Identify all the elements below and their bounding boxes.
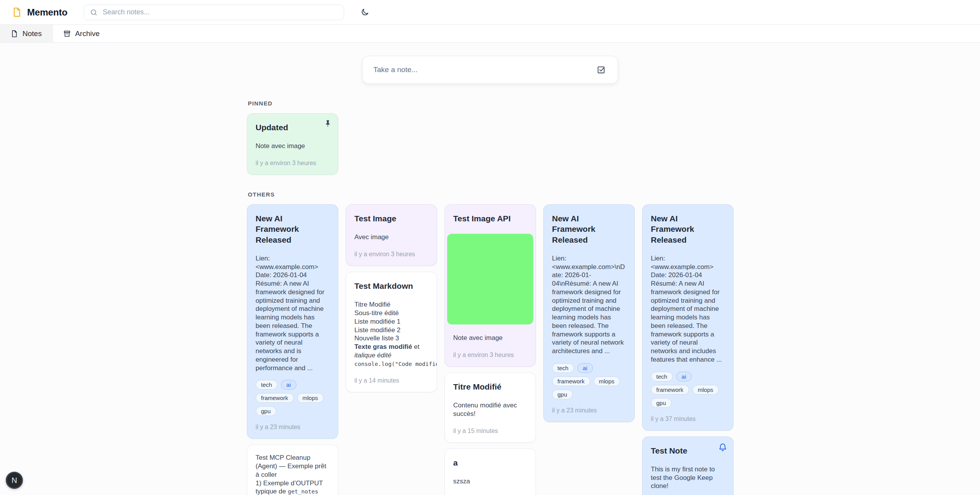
body-text: Contenu modifié avec succès! bbox=[453, 402, 517, 417]
tag-pill[interactable]: gpu bbox=[552, 390, 573, 399]
note-card[interactable]: Test MarkdownTitre ModifiéSous-titre édi… bbox=[346, 272, 437, 392]
notes-column: Test Image APINote avec imageil y a envi… bbox=[444, 204, 536, 495]
note-timestamp: il y a 37 minutes bbox=[651, 416, 725, 423]
note-tags: techaiframeworkmlopsgpu bbox=[256, 380, 329, 416]
note-body: This is my first note to test the Google… bbox=[651, 465, 725, 490]
note-body: Lien: <www.example.com>Date: 2026-01-04R… bbox=[256, 254, 329, 373]
note-title: Test Markdown bbox=[355, 281, 428, 291]
tab-notes[interactable]: Notes bbox=[0, 25, 53, 42]
pinned-grid: UpdatedNote avec imageil y a environ 3 h… bbox=[247, 113, 734, 175]
note-body: Lien: <www.example.com>Date: 2026-01-04R… bbox=[651, 254, 725, 364]
pin-icon[interactable] bbox=[324, 119, 332, 128]
new-checklist-button[interactable] bbox=[594, 62, 609, 78]
section-label-pinned: PINNED bbox=[248, 100, 734, 107]
tag-pill[interactable]: gpu bbox=[256, 406, 276, 416]
note-title: New AI Framework Released bbox=[651, 213, 725, 245]
note-body: Test MCP Cleanup (Agent) — Exemple prêt … bbox=[256, 454, 329, 495]
note-timestamp: il y a 23 minutes bbox=[552, 407, 626, 414]
body-text: Avec image bbox=[355, 233, 389, 241]
search-icon bbox=[90, 9, 98, 16]
note-title: a bbox=[453, 457, 527, 468]
body-text: szsza bbox=[453, 478, 470, 485]
bell-icon[interactable] bbox=[718, 443, 727, 452]
body-text: This is my first note to test the Google… bbox=[651, 466, 715, 490]
body-text: et bbox=[412, 343, 419, 350]
note-card[interactable]: New AI Framework ReleasedLien: <www.exam… bbox=[642, 204, 734, 431]
note-card[interactable]: Titre ModifiéContenu modifié avec succès… bbox=[444, 373, 536, 443]
note-title: Test Note bbox=[651, 445, 725, 456]
note-body: Contenu modifié avec succès! bbox=[453, 401, 527, 418]
tag-pill[interactable]: framework bbox=[256, 393, 294, 403]
note-title: Test Image API bbox=[453, 213, 527, 224]
tab-archive-label: Archive bbox=[75, 29, 100, 38]
document-icon bbox=[12, 7, 22, 17]
tag-pill[interactable]: tech bbox=[256, 380, 277, 390]
file-icon bbox=[10, 30, 18, 38]
note-timestamp: il y a 15 minutes bbox=[453, 428, 527, 435]
body-text: Texte gras modifié bbox=[355, 343, 412, 350]
tag-pill[interactable]: mlops bbox=[692, 385, 719, 395]
body-text: Lien: <www.example.com>Date: 2026-01-04R… bbox=[651, 255, 722, 363]
tag-pill[interactable]: ai bbox=[577, 363, 593, 373]
app-header: Memento bbox=[0, 0, 980, 25]
tag-pill[interactable]: gpu bbox=[651, 398, 672, 408]
tag-pill[interactable]: framework bbox=[651, 385, 689, 395]
note-card[interactable]: aszszail y a 16 minutes bbox=[444, 448, 536, 495]
pinned-column: UpdatedNote avec imageil y a environ 3 h… bbox=[247, 113, 338, 175]
note-card[interactable]: UpdatedNote avec imageil y a environ 3 h… bbox=[247, 113, 338, 175]
app-title: Memento bbox=[27, 7, 67, 18]
avatar[interactable]: N bbox=[6, 472, 23, 489]
note-card[interactable]: Test ImageAvec imageil y a environ 3 heu… bbox=[346, 204, 437, 266]
tag-pill[interactable]: ai bbox=[676, 372, 692, 381]
note-timestamp: il y a environ 3 heures bbox=[256, 160, 329, 167]
note-title: New AI Framework Released bbox=[552, 213, 626, 245]
notes-column: Test ImageAvec imageil y a environ 3 heu… bbox=[346, 204, 437, 392]
tab-notes-label: Notes bbox=[22, 29, 42, 38]
note-card[interactable]: Test NoteThis is my first note to test t… bbox=[642, 436, 734, 495]
tab-archive[interactable]: Archive bbox=[53, 25, 110, 42]
note-card[interactable]: Test Image APINote avec imageil y a envi… bbox=[444, 204, 536, 367]
note-composer[interactable]: Take a note... bbox=[362, 56, 618, 84]
moon-icon bbox=[360, 8, 369, 17]
note-image bbox=[447, 234, 533, 324]
brand: Memento bbox=[12, 7, 67, 18]
tag-pill[interactable]: ai bbox=[281, 380, 296, 390]
note-body: Lien: <www.example.com>\nDate: 2026-01-0… bbox=[552, 254, 626, 355]
note-title: Test Image bbox=[355, 213, 428, 224]
others-grid: New AI Framework ReleasedLien: <www.exam… bbox=[247, 204, 734, 495]
tag-pill[interactable]: mlops bbox=[594, 376, 620, 386]
notes-column: New AI Framework ReleasedLien: <www.exam… bbox=[247, 204, 338, 495]
body-text: console.log("Code modifié a bbox=[355, 361, 437, 367]
body-text: Note avec image bbox=[453, 334, 503, 341]
body-text: get_notes bbox=[288, 488, 319, 495]
section-label-others: OTHERS bbox=[248, 191, 734, 198]
tag-pill[interactable]: framework bbox=[552, 376, 590, 386]
search-bar[interactable] bbox=[84, 5, 344, 20]
note-body: Titre ModifiéSous-titre éditéListe modif… bbox=[355, 300, 428, 368]
note-card[interactable]: New AI Framework ReleasedLien: <www.exam… bbox=[247, 204, 338, 439]
notes-content: PINNED UpdatedNote avec imageil y a envi… bbox=[247, 100, 734, 495]
notes-column: New AI Framework ReleasedLien: <www.exam… bbox=[543, 204, 635, 422]
theme-toggle-button[interactable] bbox=[357, 5, 373, 20]
note-timestamp: il y a environ 3 heures bbox=[453, 352, 527, 359]
body-text: italique édité bbox=[355, 352, 391, 359]
note-tags: techaiframeworkmlopsgpu bbox=[651, 372, 725, 408]
search-input[interactable] bbox=[102, 8, 338, 17]
body-text: Titre ModifiéSous-titre éditéListe modif… bbox=[355, 301, 401, 342]
archive-icon bbox=[63, 30, 71, 38]
tag-pill[interactable]: tech bbox=[552, 363, 574, 373]
note-body: Note avec image bbox=[453, 334, 527, 342]
checkbox-icon bbox=[596, 65, 606, 75]
avatar-initial: N bbox=[12, 476, 17, 485]
note-card[interactable]: Test MCP Cleanup (Agent) — Exemple prêt … bbox=[247, 445, 338, 495]
note-body: Note avec image bbox=[256, 142, 329, 150]
tag-pill[interactable]: mlops bbox=[297, 393, 324, 403]
composer-placeholder: Take a note... bbox=[374, 66, 594, 74]
note-timestamp: il y a environ 3 heures bbox=[355, 251, 428, 258]
note-body: szsza bbox=[453, 477, 527, 486]
tag-pill[interactable]: tech bbox=[651, 372, 673, 381]
tab-bar: Notes Archive bbox=[0, 25, 980, 43]
note-title: Updated bbox=[256, 122, 329, 133]
note-timestamp: il y a 23 minutes bbox=[256, 424, 329, 431]
note-card[interactable]: New AI Framework ReleasedLien: <www.exam… bbox=[543, 204, 635, 422]
